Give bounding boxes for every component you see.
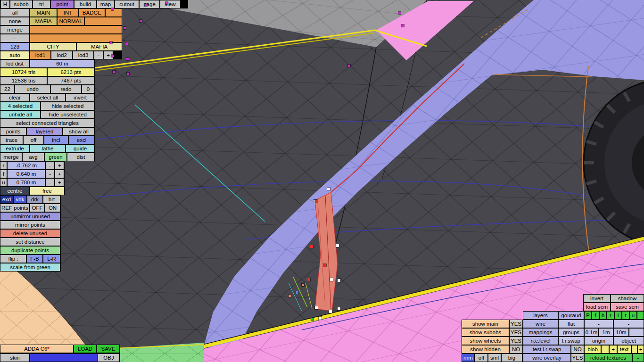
shade-vdk-btn[interactable]: vdk [14,196,26,203]
show-wheels-btn[interactable]: show wheels [462,337,509,345]
green-btn[interactable]: green [45,153,66,161]
layer-f-btn[interactable]: f [592,312,599,319]
number-badge[interactable]: 123 [0,43,29,50]
nrm-btn[interactable]: nrm [462,354,474,362]
mat-normal[interactable]: NORMAL [58,17,84,25]
blob-plus-btn[interactable]: + [610,346,617,353]
select-none-btn[interactable]: none [0,17,29,25]
load-scm-btn[interactable]: load scm [584,303,610,311]
pivot-free-btn[interactable]: free [30,187,64,195]
menu-item-point[interactable]: point [51,0,74,8]
trace-off-btn[interactable]: off [24,136,43,144]
layer-u-btn[interactable]: u [630,312,636,319]
mat-mafia[interactable]: MAFIA [30,17,57,25]
axis-f-plus-btn[interactable]: + [55,170,64,178]
text-minus-btn[interactable]: - [632,346,637,353]
menu-item-page[interactable]: page [140,0,159,8]
lrswap-btn[interactable]: l.r.swap [559,337,584,345]
show-subobs-state[interactable]: YES [510,329,522,336]
menu-item-cutout[interactable]: cutout [115,0,139,8]
wire-overlay-btn[interactable]: wire overlay [523,354,570,362]
dash-btn[interactable]: - [0,34,29,42]
menu-item-build[interactable]: build [74,0,96,8]
lathe-btn[interactable]: lathe [30,145,65,152]
axis-f-minus-btn[interactable]: - [46,170,54,178]
layers-btn[interactable]: layers [523,312,558,319]
lod-plus-btn[interactable]: + [104,51,113,59]
wire-overlay-state[interactable]: YES [571,354,584,362]
lod-dist-value[interactable]: 60 m [30,60,94,67]
skin-button[interactable]: skin [0,354,29,362]
mat-main[interactable]: MAIN [30,9,57,16]
grid-dash-btn[interactable]: - [629,329,644,336]
trace-incl-btn[interactable]: incl [44,136,68,144]
undo-btn[interactable]: undo [15,85,50,93]
variant-city[interactable]: CITY [30,43,76,50]
select-all-btn[interactable]: all [0,9,29,16]
save-scm-btn[interactable]: save scm [611,303,644,311]
set-distance-btn[interactable]: set distance [0,238,60,246]
unmirror-unused-btn[interactable]: unmirror unused [0,213,60,220]
merge-points-btn[interactable]: merge [0,153,22,161]
origin-btn[interactable]: origin [585,337,613,345]
layered-mode-btn[interactable]: layered [27,128,62,135]
show-all-btn[interactable]: show all [63,128,94,135]
show-main-btn[interactable]: show main [462,320,509,328]
grid-10m-btn[interactable]: 10m [614,329,628,336]
unhide-all-btn[interactable]: unhide all [0,111,40,118]
blob-btn[interactable]: blob [585,346,601,353]
test-lrswap-state[interactable]: NO [571,346,584,353]
nrm-sml-btn[interactable]: sml [488,354,501,362]
invert-btn[interactable]: invert [584,295,610,302]
avg-btn[interactable]: avg [23,153,44,161]
mappings-btn[interactable]: mappings [523,329,558,336]
shade-exd-btn[interactable]: exd [0,196,13,203]
hide-selected-btn[interactable]: hide selected [41,102,94,110]
gouraud-btn[interactable]: gouraud [559,312,584,319]
ref-off-btn[interactable]: OFF [30,204,44,212]
menu-item-tri[interactable]: tri [33,0,50,8]
hide-unselected-btn[interactable]: hide unselected [41,111,94,118]
lod1-tab[interactable]: lod1 [30,51,50,59]
layer-l-btn[interactable]: l [615,312,621,319]
axis-r-minus-btn[interactable]: - [46,162,54,169]
test-lrswap-btn[interactable]: test l.r.swap [523,346,570,353]
lod3-tab[interactable]: lod3 [73,51,93,59]
grid-1m-btn[interactable]: 1m [599,329,613,336]
menu-item-h[interactable]: H [1,0,9,8]
lod-minus-btn[interactable]: - [94,51,103,59]
nrm-off-btn[interactable]: off [475,354,487,362]
groups-btn[interactable]: groups [559,329,584,336]
mirror-points-btn[interactable]: mirror points [0,221,60,229]
show-main-state[interactable]: YES [510,320,522,328]
shadow-btn[interactable]: shadow [611,295,644,302]
ref-on-btn[interactable]: ON [45,204,60,212]
axis-u-plus-btn[interactable]: + [55,179,64,186]
nrm-big-btn[interactable]: big [502,354,522,362]
dash-cell-2[interactable]: - [614,320,644,328]
show-subobs-btn[interactable]: show subobs [462,329,509,336]
mat-int[interactable]: INT [58,9,78,16]
layer-b-btn[interactable]: b [600,312,606,319]
menu-item-subob[interactable]: subob [10,0,32,8]
wire-btn[interactable]: wire [523,320,558,328]
shade-brt-btn[interactable]: brt [43,196,60,203]
text-plus-btn[interactable]: + [638,346,644,353]
mat-empty-4[interactable] [30,34,122,42]
pivot-centre-btn[interactable]: centre [0,187,29,195]
text-btn[interactable]: text [618,346,631,353]
ncl-btn[interactable]: n.c.level [523,337,558,345]
invert-selection-btn[interactable]: invert [66,94,94,101]
menu-item-view[interactable]: view [160,0,180,8]
dist-btn[interactable]: dist [67,153,94,161]
grid-01m-btn[interactable]: 0.1m [585,329,598,336]
mat-empty-3[interactable] [30,26,122,33]
axis-r-plus-btn[interactable]: + [55,162,64,169]
load-button[interactable]: LOAD [74,345,96,353]
select-connected-btn[interactable]: select connected triangles [0,119,94,127]
reload-dash-btn[interactable]: - [633,354,644,362]
trace-excl-btn[interactable]: excl [69,136,94,144]
menu-item-map[interactable]: map [97,0,114,8]
extrude-btn[interactable]: extrude [0,145,29,152]
layer-r-btn[interactable]: r [607,312,614,319]
